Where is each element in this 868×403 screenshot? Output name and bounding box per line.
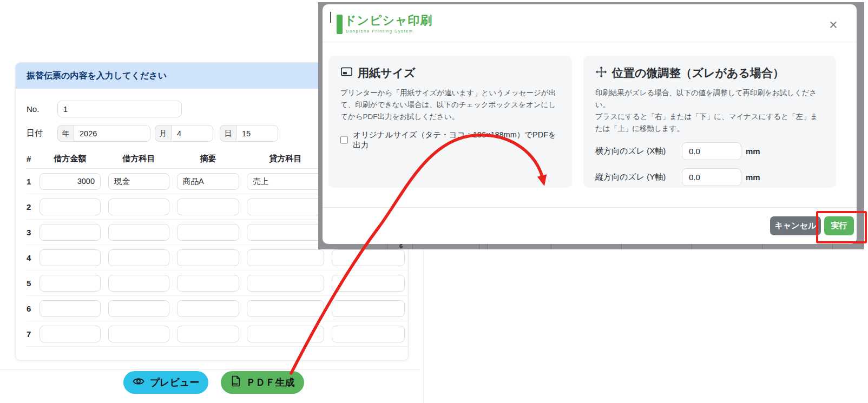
- debit-account-input[interactable]: [108, 173, 169, 190]
- summary-input[interactable]: [177, 173, 239, 190]
- credit-account-input[interactable]: [247, 275, 324, 292]
- position-adjust-section: 位置の微調整（ズレがある場合） 印刷結果がズレる場合、以下の値を調整して再印刷を…: [583, 56, 836, 188]
- highlight-box: [816, 211, 867, 243]
- row-number: 7: [27, 329, 40, 339]
- summary-input[interactable]: [177, 224, 239, 241]
- backdrop-grid-line: [479, 244, 479, 249]
- month-input[interactable]: [171, 125, 213, 142]
- pdf-button-label: ＰＤＦ生成: [246, 376, 295, 389]
- column-header-credit-account: 貸方科目: [247, 154, 324, 164]
- pdf-generate-button[interactable]: PDF ＰＤＦ生成: [221, 371, 304, 394]
- page-edge-line: [423, 246, 424, 403]
- column-header-num: #: [27, 154, 40, 163]
- paper-size-section: 用紙サイズ プリンターから「用紙サイズが違います」というメッセージが出て、印刷が…: [328, 56, 572, 188]
- pdf-file-icon: PDF: [231, 375, 241, 389]
- preview-button-label: プレビュー: [150, 376, 200, 389]
- row-number: 3: [27, 228, 40, 237]
- y-offset-label: 縦方向のズレ (Y軸): [595, 172, 682, 182]
- logo-subtitle: Donpisha Printing System: [346, 29, 433, 34]
- y-offset-input[interactable]: [682, 168, 741, 186]
- debit-amount-input[interactable]: [40, 224, 101, 241]
- credit-account-input[interactable]: [247, 326, 324, 342]
- debit-account-input[interactable]: [108, 199, 169, 215]
- app-logo: ドンピシャ印刷 Donpisha Printing System: [337, 13, 433, 34]
- day-input[interactable]: [236, 125, 278, 142]
- debit-amount-input[interactable]: [40, 326, 101, 342]
- debit-amount-input[interactable]: [40, 275, 101, 292]
- table-row: 6: [27, 296, 408, 321]
- modal-header-divider: [323, 42, 857, 42]
- summary-input[interactable]: [177, 275, 239, 292]
- logo-green-bar: [337, 15, 343, 34]
- no-label: No.: [27, 104, 57, 114]
- backdrop-grid-line: [832, 244, 833, 249]
- backdrop-grid-line: [621, 244, 622, 249]
- year-input[interactable]: [74, 125, 150, 142]
- credit-account-input[interactable]: [247, 249, 324, 266]
- summary-input[interactable]: [177, 199, 239, 215]
- credit-amount-input[interactable]: [332, 275, 405, 292]
- debit-account-input[interactable]: [108, 326, 169, 342]
- credit-account-input[interactable]: [247, 173, 324, 190]
- summary-input[interactable]: [177, 300, 239, 317]
- position-adjust-description-line2: プラスにすると「右」または「下」に、マイナスにすると「左」または「上」に移動しま…: [595, 111, 824, 135]
- y-offset-row: 縦方向のズレ (Y軸) mm: [595, 168, 824, 186]
- date-label: 日付: [27, 128, 57, 138]
- credit-account-input[interactable]: [247, 199, 324, 215]
- credit-account-input[interactable]: [247, 300, 324, 317]
- page-divider: [0, 369, 420, 370]
- debit-amount-input[interactable]: [40, 300, 101, 317]
- credit-amount-input[interactable]: [332, 326, 405, 342]
- column-header-summary: 摘要: [177, 154, 239, 164]
- backdrop-grid-line: [387, 244, 387, 249]
- position-adjust-title: 位置の微調整（ズレがある場合）: [612, 65, 784, 81]
- year-group: 年: [57, 125, 150, 142]
- summary-input[interactable]: [177, 326, 239, 342]
- summary-input[interactable]: [177, 249, 239, 266]
- credit-account-input[interactable]: [247, 224, 324, 241]
- x-offset-label: 横方向のズレ (X軸): [595, 146, 682, 156]
- row-number: 4: [27, 253, 40, 262]
- original-size-checkbox[interactable]: [340, 136, 348, 144]
- backdrop-grid-line: [412, 244, 413, 249]
- debit-amount-input[interactable]: [40, 249, 101, 266]
- screen: 振替伝票の内容を入力してください No. 日付 年 月 日: [0, 0, 868, 403]
- debit-account-input[interactable]: [108, 249, 169, 266]
- paper-size-title: 用紙サイズ: [358, 65, 415, 81]
- modal-footer-divider: [323, 207, 857, 208]
- preview-button[interactable]: プレビュー: [123, 371, 208, 394]
- debit-account-input[interactable]: [108, 300, 169, 317]
- credit-amount-input[interactable]: [332, 249, 405, 266]
- cancel-button[interactable]: キャンセル: [770, 216, 821, 235]
- position-adjust-description: 印刷結果がズレる場合、以下の値を調整して再印刷をお試しください。 プラスにすると…: [595, 87, 824, 134]
- debit-amount-input[interactable]: [40, 199, 101, 215]
- month-prefix: 月: [155, 125, 171, 142]
- row-number: 1: [27, 177, 40, 186]
- eye-icon: [133, 375, 144, 390]
- backdrop-grid-line: [692, 244, 692, 249]
- original-size-checkbox-row: オリジナルサイズ（タテ・ヨコ：106×188mm）でPDFを出力: [340, 130, 560, 150]
- close-icon[interactable]: ×: [825, 16, 842, 34]
- day-group: 日: [220, 125, 278, 142]
- day-prefix: 日: [220, 125, 236, 142]
- x-offset-row: 横方向のズレ (X軸) mm: [595, 142, 824, 160]
- backdrop-grid-line: [487, 244, 488, 249]
- table-row: 7: [27, 321, 408, 347]
- svg-text:PDF: PDF: [232, 382, 238, 386]
- paper-size-title-row: 用紙サイズ: [340, 65, 560, 81]
- logo-title: ドンピシャ印刷: [344, 13, 433, 29]
- paper-size-description: プリンターから「用紙サイズが違います」というメッセージが出て、印刷ができない場合…: [340, 87, 560, 123]
- no-input[interactable]: [57, 101, 182, 117]
- row-number: 5: [27, 279, 40, 288]
- position-adjust-description-line1: 印刷結果がズレる場合、以下の値を調整して再印刷をお試しください。: [595, 87, 824, 111]
- month-group: 月: [155, 125, 213, 142]
- debit-amount-input[interactable]: [40, 173, 101, 190]
- row-number: 2: [27, 202, 40, 212]
- credit-amount-input[interactable]: [332, 300, 405, 317]
- x-offset-input[interactable]: [682, 142, 741, 160]
- original-size-checkbox-label: オリジナルサイズ（タテ・ヨコ：106×188mm）でPDFを出力: [353, 130, 560, 150]
- table-row: 5: [27, 270, 408, 296]
- debit-account-input[interactable]: [108, 224, 169, 241]
- x-offset-unit: mm: [746, 147, 760, 156]
- debit-account-input[interactable]: [108, 275, 169, 292]
